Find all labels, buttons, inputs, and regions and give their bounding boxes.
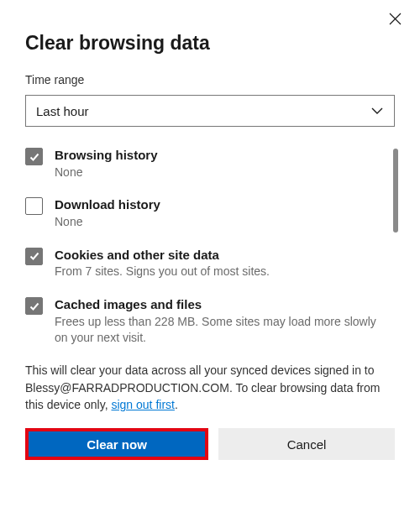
time-range-label: Time range [25, 73, 395, 86]
time-range-select[interactable]: Last hour [25, 95, 395, 127]
checkbox-download-history[interactable] [25, 197, 43, 215]
sign-out-link[interactable]: sign out first [111, 398, 174, 411]
disclaimer-text: This will clear your data across all you… [25, 362, 395, 413]
option-browsing-history: Browsing history None [25, 147, 380, 180]
option-title: Browsing history [55, 147, 380, 164]
checkmark-icon [29, 151, 40, 163]
clear-now-button[interactable]: Clear now [29, 431, 205, 457]
scrollbar[interactable] [393, 149, 398, 233]
clear-now-highlight: Clear now [25, 428, 208, 460]
option-title: Cookies and other site data [55, 247, 380, 264]
disclaimer-part-a: This will clear your data across all you… [25, 363, 380, 411]
checkbox-cache[interactable] [25, 297, 43, 315]
time-range-value: Last hour [36, 104, 89, 118]
checkbox-browsing-history[interactable] [25, 148, 43, 165]
dialog-title: Clear browsing data [25, 32, 395, 55]
cancel-button[interactable]: Cancel [218, 428, 395, 460]
option-sub: Frees up less than 228 MB. Some sites ma… [55, 314, 380, 346]
button-row: Clear now Cancel [25, 428, 395, 460]
option-download-history: Download history None [25, 196, 380, 229]
checkmark-icon [29, 301, 40, 312]
option-sub: None [55, 214, 380, 230]
option-title: Cached images and files [55, 296, 380, 313]
disclaimer-part-b: . [175, 398, 178, 411]
option-sub: From 7 sites. Signs you out of most site… [55, 264, 380, 280]
chevron-down-icon [370, 104, 384, 118]
close-icon [389, 13, 402, 25]
option-title: Download history [55, 196, 380, 213]
option-cookies: Cookies and other site data From 7 sites… [25, 247, 380, 280]
checkbox-cookies[interactable] [25, 248, 43, 265]
options-list: Browsing history None Download history N… [25, 147, 395, 345]
close-button[interactable] [386, 10, 403, 27]
option-sub: None [55, 165, 380, 180]
checkmark-icon [29, 250, 40, 262]
option-cache: Cached images and files Frees up less th… [25, 296, 380, 345]
